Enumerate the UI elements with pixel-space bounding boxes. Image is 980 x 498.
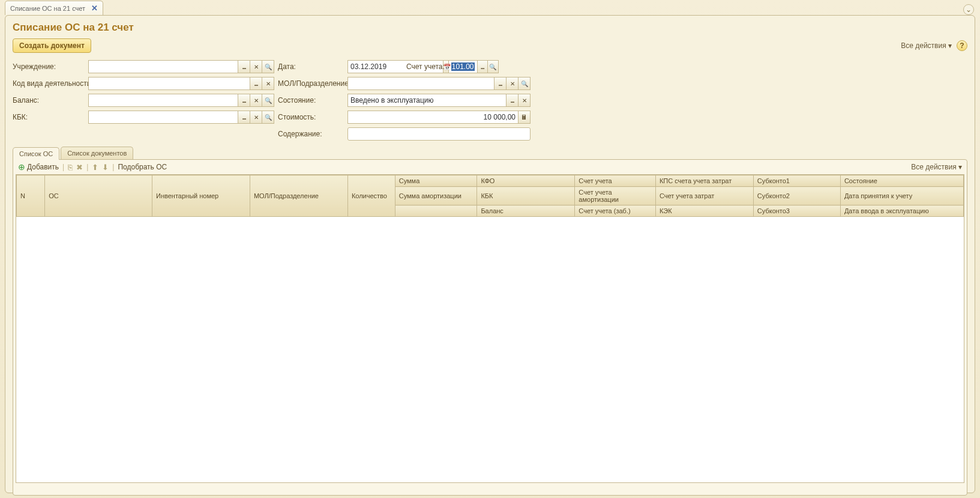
tab-os-list[interactable]: Список ОС <box>13 147 59 160</box>
col-account[interactable]: Счет учета <box>575 175 656 187</box>
label-cost: Стоимость: <box>278 113 344 121</box>
col-sum-amort[interactable]: Сумма амортизации <box>395 187 477 205</box>
chevron-down-icon: ▾ <box>948 41 952 50</box>
ellipsis-icon[interactable] <box>478 60 488 73</box>
help-button[interactable]: ? <box>957 40 967 51</box>
page-panel: Списание ОС на 21 счет Создать документ … <box>5 15 975 493</box>
col-qty[interactable]: Количество <box>347 175 395 217</box>
grid-panel: ⊕ Добавить | ⎘ ✖ | ⬆ ⬇ | Подобрать ОС Вс… <box>13 159 967 496</box>
copy-button[interactable]: ⎘ <box>68 163 73 172</box>
cost-input[interactable] <box>347 111 519 124</box>
clear-icon[interactable] <box>519 94 531 107</box>
col-state[interactable]: Состояние <box>840 175 963 187</box>
delete-button[interactable]: ✖ <box>76 163 83 172</box>
search-icon[interactable] <box>519 77 531 90</box>
state-input[interactable] <box>347 94 507 107</box>
create-document-button[interactable]: Создать документ <box>13 38 91 53</box>
search-icon[interactable] <box>262 94 274 107</box>
add-button[interactable]: ⊕ Добавить <box>18 162 59 172</box>
col-kbk[interactable]: КБК <box>477 187 575 205</box>
account-input[interactable]: 101.00 <box>448 60 478 73</box>
clear-icon[interactable] <box>250 111 262 124</box>
label-balance: Баланс: <box>13 96 85 105</box>
col-date-accept[interactable]: Дата принятия к учету <box>840 187 963 205</box>
label-activity: Код вида деятельности: <box>13 79 85 88</box>
col-kek[interactable]: КЭК <box>655 205 753 217</box>
account-field[interactable]: 101.00 <box>448 60 499 73</box>
kbk-field[interactable] <box>88 111 274 124</box>
search-icon[interactable] <box>262 111 274 124</box>
col-account-cost[interactable]: Счет учета затрат <box>655 187 753 205</box>
close-icon[interactable]: ✕ <box>91 4 98 13</box>
mol-input[interactable] <box>347 77 495 90</box>
chevron-down-icon: ▾ <box>958 163 962 171</box>
clear-icon[interactable] <box>262 77 274 90</box>
ellipsis-icon[interactable] <box>238 111 250 124</box>
label-content: Содержание: <box>278 130 344 138</box>
label-date: Дата: <box>278 62 344 71</box>
tab-doc-list[interactable]: Список документов <box>61 147 133 159</box>
balance-field[interactable] <box>88 94 274 107</box>
content-input[interactable] <box>347 127 531 141</box>
tab-title: Списание ОС на 21 счет <box>10 5 85 12</box>
ellipsis-icon[interactable] <box>507 94 519 107</box>
col-kps[interactable]: КПС счета учета затрат <box>655 175 753 187</box>
col-os[interactable]: ОС <box>45 175 152 217</box>
ellipsis-icon[interactable] <box>238 60 250 73</box>
kbk-input[interactable] <box>88 111 238 124</box>
search-icon[interactable] <box>262 60 274 73</box>
ellipsis-icon[interactable] <box>495 77 507 90</box>
col-sub1[interactable]: Субконто1 <box>753 175 840 187</box>
col-empty <box>395 205 477 217</box>
label-kbk: КБК: <box>13 113 85 121</box>
col-sub3[interactable]: Субконто3 <box>753 205 840 217</box>
clear-icon[interactable] <box>250 60 262 73</box>
ellipsis-icon[interactable] <box>238 94 250 107</box>
activity-field[interactable] <box>88 77 274 90</box>
grid-all-actions-menu[interactable]: Все действия ▾ <box>911 163 962 171</box>
label-account: Счет учета: <box>406 62 445 71</box>
move-up-button[interactable]: ⬆ <box>92 163 98 172</box>
window-tab[interactable]: Списание ОС на 21 счет ✕ <box>5 1 103 15</box>
activity-input[interactable] <box>88 77 250 90</box>
plus-icon: ⊕ <box>18 162 25 172</box>
label-mol: МОЛ/Подразделение: <box>278 79 344 88</box>
balance-input[interactable] <box>88 94 238 107</box>
org-input[interactable] <box>88 60 238 73</box>
cost-field[interactable] <box>347 111 531 124</box>
col-account-zab[interactable]: Счет учета (заб.) <box>575 205 656 217</box>
col-mol[interactable]: МОЛ/Подразделение <box>250 175 347 217</box>
col-balance[interactable]: Баланс <box>477 205 575 217</box>
org-field[interactable] <box>88 60 274 73</box>
date-field[interactable] <box>347 60 403 73</box>
page-title: Списание ОС на 21 счет <box>13 22 967 34</box>
select-os-button[interactable]: Подобрать ОС <box>118 163 167 171</box>
col-sum[interactable]: Сумма <box>395 175 477 187</box>
col-n[interactable]: N <box>17 175 45 217</box>
search-icon[interactable] <box>488 60 499 73</box>
col-account-amort[interactable]: Счет учета амортизации <box>575 187 656 205</box>
col-date-exploit[interactable]: Дата ввода в эксплуатацию <box>840 205 963 217</box>
clear-icon[interactable] <box>250 94 262 107</box>
clear-icon[interactable] <box>507 77 519 90</box>
os-grid-table[interactable]: N ОС Инвентарный номер МОЛ/Подразделение… <box>16 175 964 217</box>
label-state: Состояние: <box>278 96 344 105</box>
col-sub2[interactable]: Субконто2 <box>753 187 840 205</box>
all-actions-menu[interactable]: Все действия ▾ <box>901 41 952 50</box>
col-kfo[interactable]: КФО <box>477 175 575 187</box>
move-down-button[interactable]: ⬇ <box>102 163 109 172</box>
calculator-icon[interactable] <box>519 111 531 124</box>
col-inv[interactable]: Инвентарный номер <box>152 175 250 217</box>
content-field[interactable] <box>347 127 531 141</box>
mol-field[interactable] <box>347 77 531 90</box>
label-org: Учреждение: <box>13 62 85 71</box>
ellipsis-icon[interactable] <box>250 77 262 90</box>
state-field[interactable] <box>347 94 531 107</box>
chevron-down-icon[interactable]: ⌄ <box>963 4 974 15</box>
